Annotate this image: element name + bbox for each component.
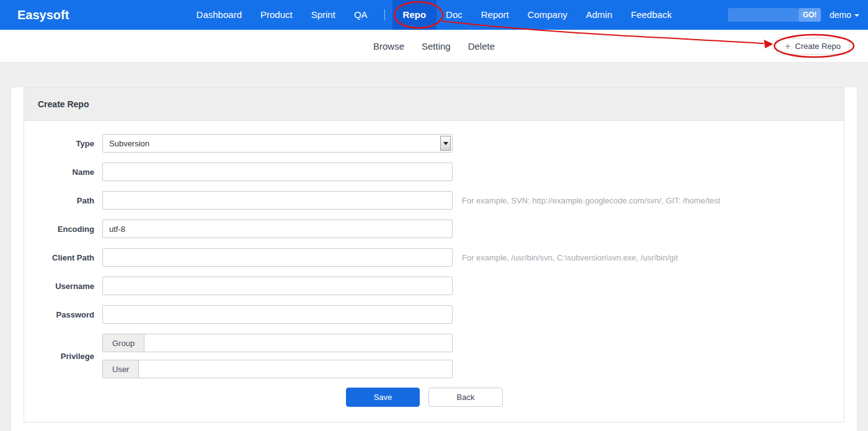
password-row: Password — [24, 305, 844, 324]
header-right-controls: GO! demo — [728, 0, 859, 30]
privilege-group-input[interactable] — [144, 334, 452, 352]
type-label: Type — [24, 139, 94, 148]
path-row: Path For example, SVN: http://example.go… — [24, 191, 844, 210]
form-actions: Save Back — [24, 388, 844, 407]
main-nav: Dashboard Product Sprint QA Repo Doc Rep… — [187, 0, 681, 30]
encoding-input[interactable] — [102, 220, 453, 238]
search-input[interactable] — [728, 8, 799, 22]
create-repo-label: Create Repo — [795, 42, 841, 51]
nav-item-company[interactable]: Company — [518, 0, 577, 30]
privilege-group-field: Group — [102, 334, 453, 352]
nav-divider — [384, 9, 385, 20]
nav-item-doc[interactable]: Doc — [436, 0, 472, 30]
top-header: Easysoft Dashboard Product Sprint QA Rep… — [0, 0, 868, 30]
path-hint: For example, SVN: http://example.googlec… — [462, 196, 720, 205]
main-content: Create Repo Type Subversion Name — [0, 63, 868, 431]
plus-icon: + — [785, 42, 790, 51]
type-select-value: Subversion — [109, 139, 149, 148]
nav-item-repo[interactable]: Repo — [392, 0, 437, 30]
user-menu[interactable]: demo — [830, 10, 859, 20]
privilege-row: Privilege Group User — [24, 334, 844, 378]
path-label: Path — [24, 196, 94, 205]
panel-title: Create Repo — [24, 88, 844, 121]
client-path-label: Client Path — [24, 253, 94, 262]
nav-item-qa[interactable]: QA — [345, 0, 377, 30]
privilege-label: Privilege — [24, 352, 94, 361]
username-label: Username — [24, 282, 94, 291]
create-repo-button[interactable]: + Create Repo — [776, 38, 849, 55]
nav-item-report[interactable]: Report — [472, 0, 518, 30]
subnav-item-setting[interactable]: Setting — [413, 41, 459, 51]
create-repo-panel: Create Repo Type Subversion Name — [11, 87, 857, 431]
subnav-item-delete[interactable]: Delete — [459, 41, 503, 51]
client-path-row: Client Path For example, /usr/bin/svn, C… — [24, 248, 844, 267]
password-input[interactable] — [102, 305, 453, 324]
client-path-hint: For example, /usr/bin/svn, C:\subversion… — [462, 253, 678, 262]
create-repo-form-container: Create Repo Type Subversion Name — [24, 87, 844, 422]
search-go-button[interactable]: GO! — [799, 8, 821, 22]
subnav-item-browse[interactable]: Browse — [365, 41, 413, 51]
save-button[interactable]: Save — [346, 388, 420, 407]
sub-nav: Browse Setting Delete + Create Repo — [0, 30, 868, 63]
search-box: GO! — [728, 8, 821, 22]
client-path-input[interactable] — [102, 248, 453, 267]
encoding-label: Encoding — [24, 224, 94, 234]
path-input[interactable] — [102, 191, 453, 210]
privilege-user-input[interactable] — [139, 360, 452, 378]
nav-item-sprint[interactable]: Sprint — [302, 0, 345, 30]
nav-item-product[interactable]: Product — [251, 0, 302, 30]
username-row: Username — [24, 277, 844, 295]
group-addon-label: Group — [103, 334, 144, 352]
user-addon-label: User — [103, 360, 139, 378]
nav-item-admin[interactable]: Admin — [577, 0, 622, 30]
nav-item-feedback[interactable]: Feedback — [622, 0, 681, 30]
user-name: demo — [830, 10, 851, 20]
encoding-row: Encoding — [24, 220, 844, 238]
create-repo-form: Type Subversion Name — [24, 121, 844, 407]
name-label: Name — [24, 167, 94, 177]
username-input[interactable] — [102, 277, 453, 295]
back-button[interactable]: Back — [428, 388, 503, 407]
dropdown-arrow-icon — [443, 142, 448, 145]
nav-item-dashboard[interactable]: Dashboard — [187, 0, 251, 30]
password-label: Password — [24, 310, 94, 319]
type-row: Type Subversion — [24, 134, 844, 153]
privilege-user-field: User — [102, 360, 453, 378]
name-input[interactable] — [102, 162, 453, 181]
name-row: Name — [24, 162, 844, 181]
app-logo[interactable]: Easysoft — [17, 0, 69, 30]
chevron-down-icon — [854, 14, 859, 17]
type-select-dropdown-button[interactable] — [440, 136, 451, 151]
type-select[interactable]: Subversion — [102, 134, 453, 153]
